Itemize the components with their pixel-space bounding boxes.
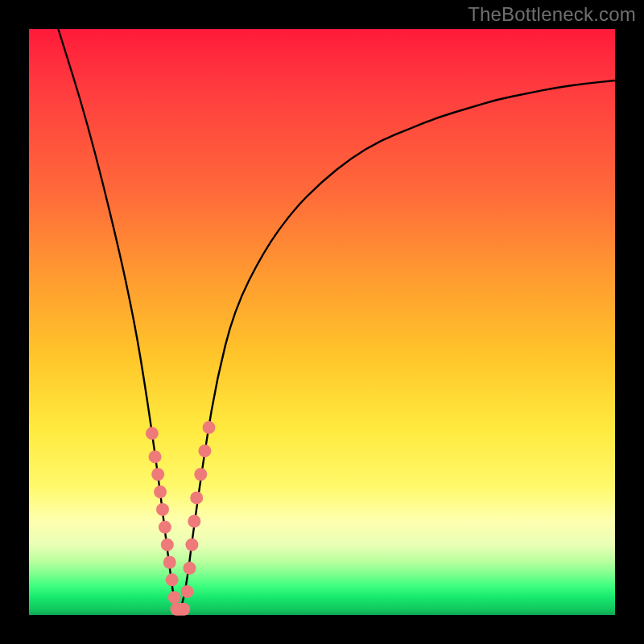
watermark-text: TheBottleneck.com: [468, 3, 636, 26]
curve-marker: [168, 591, 181, 604]
curve-marker: [194, 468, 207, 481]
curve-marker: [146, 427, 159, 440]
bottleneck-curve: [58, 29, 615, 609]
curve-marker: [149, 450, 162, 463]
curve-marker: [190, 491, 203, 504]
curve-markers: [146, 421, 216, 616]
curve-marker: [159, 521, 171, 534]
curve-svg: [29, 29, 615, 615]
curve-marker: [185, 539, 198, 551]
curve-marker: [156, 503, 169, 516]
curve-marker: [203, 421, 216, 434]
curve-marker: [183, 562, 196, 575]
curve-marker: [154, 485, 167, 498]
chart-frame: TheBottleneck.com: [0, 0, 644, 644]
curve-marker: [151, 468, 164, 481]
curve-marker: [161, 539, 174, 551]
curve-marker: [163, 555, 176, 568]
curve-marker: [166, 573, 179, 586]
curve-marker: [181, 585, 194, 598]
curve-marker: [198, 444, 211, 457]
curve-marker: [188, 515, 200, 528]
plot-area: [29, 29, 615, 615]
curve-marker: [177, 603, 190, 616]
